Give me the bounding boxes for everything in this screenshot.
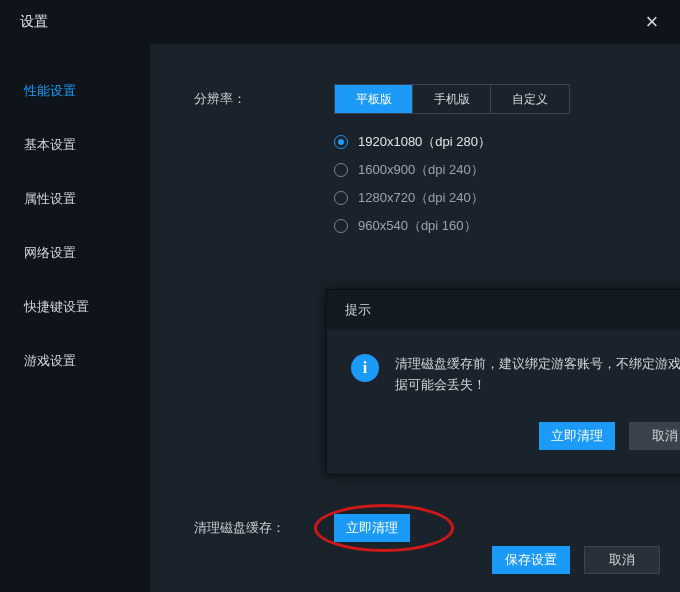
resolution-label: 分辨率：: [194, 84, 334, 108]
radio-icon: [334, 219, 348, 233]
sidebar-item-1[interactable]: 基本设置: [0, 118, 150, 172]
dialog-confirm-button[interactable]: 立即清理: [539, 422, 615, 450]
dialog-message: 清理磁盘缓存前，建议绑定游客账号，不绑定游戏数据可能会丢失！: [395, 354, 680, 396]
clear-cache-row: 清理磁盘缓存： 立即清理: [194, 514, 410, 542]
dialog-title: 提示: [345, 301, 371, 319]
resolution-option-label: 1280x720（dpi 240）: [358, 189, 484, 207]
sidebar-item-label: 性能设置: [24, 82, 76, 100]
resolution-option-3[interactable]: 960x540（dpi 160）: [334, 212, 570, 240]
dialog-body: i 清理磁盘缓存前，建议绑定游客账号，不绑定游戏数据可能会丢失！: [327, 330, 680, 414]
save-settings-button[interactable]: 保存设置: [492, 546, 570, 574]
dialog-header: 提示 ×: [327, 290, 680, 330]
window-title: 设置: [20, 13, 48, 31]
resolution-tab-1[interactable]: 手机版: [413, 85, 491, 113]
close-icon[interactable]: ×: [640, 10, 664, 34]
resolution-option-label: 1920x1080（dpi 280）: [358, 133, 491, 151]
resolution-option-label: 1600x900（dpi 240）: [358, 161, 484, 179]
sidebar-item-label: 游戏设置: [24, 352, 76, 370]
titlebar: 设置 ×: [0, 0, 680, 44]
resolution-option-label: 960x540（dpi 160）: [358, 217, 477, 235]
radio-icon: [334, 163, 348, 177]
clear-cache-label: 清理磁盘缓存：: [194, 519, 334, 537]
footer-buttons: 保存设置 取消: [492, 546, 660, 574]
sidebar-item-3[interactable]: 网络设置: [0, 226, 150, 280]
sidebar-item-4[interactable]: 快捷键设置: [0, 280, 150, 334]
radio-icon: [334, 135, 348, 149]
sidebar-item-label: 快捷键设置: [24, 298, 89, 316]
resolution-mode-tabs: 平板版手机版自定义: [334, 84, 570, 114]
main-panel: 分辨率： 平板版手机版自定义 1920x1080（dpi 280）1600x90…: [150, 44, 680, 592]
radio-icon: [334, 191, 348, 205]
sidebar-item-0[interactable]: 性能设置: [0, 64, 150, 118]
resolution-options: 1920x1080（dpi 280）1600x900（dpi 240）1280x…: [334, 128, 570, 240]
sidebar-item-label: 属性设置: [24, 190, 76, 208]
sidebar-item-label: 基本设置: [24, 136, 76, 154]
resolution-option-2[interactable]: 1280x720（dpi 240）: [334, 184, 570, 212]
info-icon: i: [351, 354, 379, 382]
dialog-footer: 立即清理 取消: [327, 414, 680, 474]
resolution-option-0[interactable]: 1920x1080（dpi 280）: [334, 128, 570, 156]
cancel-button[interactable]: 取消: [584, 546, 660, 574]
resolution-row: 分辨率： 平板版手机版自定义 1920x1080（dpi 280）1600x90…: [150, 84, 680, 240]
sidebar-item-5[interactable]: 游戏设置: [0, 334, 150, 388]
sidebar-item-label: 网络设置: [24, 244, 76, 262]
resolution-option-1[interactable]: 1600x900（dpi 240）: [334, 156, 570, 184]
clear-cache-button[interactable]: 立即清理: [334, 514, 410, 542]
confirm-dialog: 提示 × i 清理磁盘缓存前，建议绑定游客账号，不绑定游戏数据可能会丢失！ 立即…: [326, 289, 680, 475]
dialog-cancel-button[interactable]: 取消: [629, 422, 680, 450]
sidebar: 性能设置基本设置属性设置网络设置快捷键设置游戏设置: [0, 44, 150, 592]
resolution-tab-0[interactable]: 平板版: [335, 85, 413, 113]
sidebar-item-2[interactable]: 属性设置: [0, 172, 150, 226]
resolution-tab-2[interactable]: 自定义: [491, 85, 569, 113]
